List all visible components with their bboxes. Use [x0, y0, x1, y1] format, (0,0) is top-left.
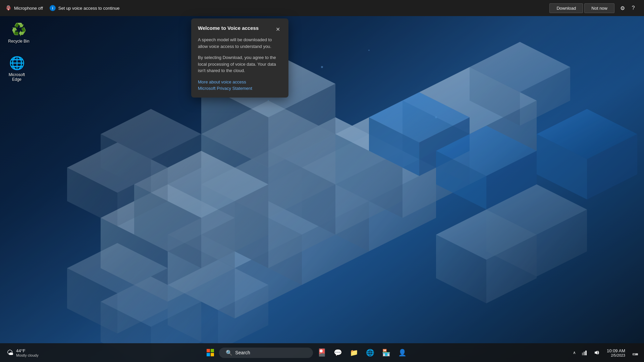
svg-rect-76 — [584, 352, 585, 355]
search-icon: 🔍 — [226, 350, 232, 356]
not-now-button[interactable]: Not now — [584, 3, 614, 13]
dialog-title: Welcome to Voice access — [198, 25, 259, 31]
svg-rect-75 — [582, 353, 583, 355]
store-icon: 🏪 — [382, 349, 390, 357]
svg-marker-78 — [595, 351, 597, 355]
dialog-header: Welcome to Voice access ✕ — [198, 25, 282, 33]
teams-taskbar-button[interactable]: 💬 — [330, 345, 345, 360]
windows-logo-icon — [207, 349, 214, 356]
search-bar[interactable]: 🔍 Search — [219, 348, 313, 358]
start-button[interactable] — [203, 345, 218, 360]
weather-condition: Mostly cloudy — [16, 353, 39, 357]
desktop: 🎙 ⊘ Microphone off i Set up voice access… — [0, 0, 644, 362]
svg-point-70 — [435, 116, 437, 118]
setup-label: Set up voice access to continue — [58, 6, 120, 11]
recycle-bin-icon[interactable]: ♻️ Recycle Bin — [5, 20, 32, 45]
toolbar-buttons: Download Not now — [549, 3, 614, 13]
notification-button[interactable] — [631, 348, 640, 357]
teams-icon: 💬 — [334, 349, 342, 357]
svg-rect-80 — [633, 354, 636, 355]
system-tray: ∧ 10:09 AM 2/5/2023 — [572, 347, 640, 359]
svg-rect-72 — [211, 349, 214, 352]
people-taskbar-button[interactable]: 👤 — [395, 345, 410, 360]
volume-icon — [594, 350, 599, 355]
network-icon — [582, 350, 587, 355]
info-icon: i — [50, 5, 56, 11]
close-icon: ✕ — [276, 26, 280, 33]
edge-taskbar-button[interactable]: 🌐 — [363, 345, 377, 360]
svg-rect-73 — [207, 353, 210, 356]
edge-label: Microsoft Edge — [5, 72, 29, 82]
svg-point-69 — [368, 50, 370, 51]
toolbar-settings-button[interactable]: ⚙ — [617, 3, 628, 13]
svg-point-68 — [268, 100, 269, 101]
recycle-bin-image: ♻️ — [11, 21, 27, 38]
search-placeholder: Search — [235, 350, 250, 355]
mic-off-label: Microphone off — [14, 6, 43, 11]
wallpaper — [0, 0, 644, 362]
edge-desktop-icon[interactable]: 🌐 Microsoft Edge — [3, 54, 30, 83]
file-explorer-taskbar-button[interactable]: 📁 — [346, 345, 361, 360]
store-taskbar-button[interactable]: 🏪 — [379, 345, 393, 360]
toolbar-help-button[interactable]: ? — [628, 3, 639, 13]
clock-date: 2/5/2023 — [611, 353, 625, 357]
file-explorer-icon: 📁 — [350, 349, 358, 357]
recycle-bin-label: Recycle Bin — [8, 39, 29, 44]
download-button[interactable]: Download — [549, 3, 583, 13]
weather-info: 44°F Mostly cloudy — [16, 348, 39, 357]
taskbar-center: 🔍 Search 🎴 💬 📁 🌐 🏪 👤 — [41, 345, 572, 360]
settings-icon: ⚙ — [620, 5, 625, 11]
edge-image: 🌐 — [9, 55, 25, 71]
mic-off-icon: 🎙 ⊘ — [5, 5, 11, 12]
svg-rect-74 — [211, 353, 214, 356]
tray-overflow-button[interactable]: ∧ — [572, 349, 577, 356]
voice-access-dialog: Welcome to Voice access ✕ A speech model… — [191, 18, 288, 98]
weather-widget[interactable]: 🌤 44°F Mostly cloudy — [4, 347, 41, 359]
edge-taskbar-icon: 🌐 — [366, 349, 374, 357]
widgets-icon: 🎴 — [317, 348, 326, 357]
svg-point-67 — [321, 66, 323, 68]
dialog-close-button[interactable]: ✕ — [274, 25, 282, 33]
taskbar: 🌤 44°F Mostly cloudy 🔍 Search — [0, 343, 644, 362]
weather-icon: 🌤 — [7, 349, 13, 357]
svg-rect-71 — [207, 349, 210, 352]
voice-toolbar: 🎙 ⊘ Microphone off i Set up voice access… — [0, 0, 644, 16]
dialog-description: A speech model will be downloaded to all… — [198, 37, 282, 50]
help-icon: ? — [632, 5, 635, 11]
mic-status: 🎙 ⊘ Microphone off — [5, 5, 43, 12]
weather-temp: 44°F — [16, 348, 39, 353]
svg-rect-77 — [585, 351, 587, 355]
clock[interactable]: 10:09 AM 2/5/2023 — [604, 347, 628, 359]
network-tray-icon[interactable] — [580, 348, 589, 357]
dialog-links: More about voice access Microsoft Privac… — [198, 79, 282, 91]
voice-access-link[interactable]: More about voice access — [198, 79, 282, 84]
widgets-taskbar-button[interactable]: 🎴 — [314, 345, 329, 360]
dialog-notice: By selecting Download, you agree to the … — [198, 54, 282, 74]
clock-time: 10:09 AM — [607, 348, 625, 353]
people-icon: 👤 — [398, 349, 407, 357]
voice-setup-info: i Set up voice access to continue — [50, 5, 120, 11]
privacy-statement-link[interactable]: Microsoft Privacy Statement — [198, 86, 282, 91]
volume-tray-icon[interactable] — [592, 348, 601, 357]
notification-icon — [633, 350, 638, 355]
svg-rect-81 — [633, 355, 635, 355]
